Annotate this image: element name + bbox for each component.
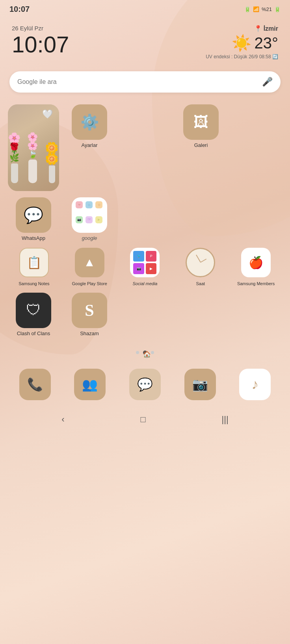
status-icons: 🔋 📶 %21 🔋 xyxy=(244,6,281,12)
status-bar: 10:07 🔋 📶 %21 🔋 xyxy=(0,0,290,17)
status-time: 10:07 xyxy=(9,5,30,14)
dock-camera[interactable]: 📷 xyxy=(184,369,216,400)
temperature: 23° xyxy=(255,34,279,52)
refresh-icon: 🔄 xyxy=(272,54,278,59)
folder-dot-2: G xyxy=(86,201,93,208)
city-label: 📍 İzmir xyxy=(206,25,278,32)
app-samsung-members[interactable]: 🍎 Samsung Members xyxy=(230,248,282,286)
home-button[interactable]: □ xyxy=(140,414,145,425)
sf-pinterest: P xyxy=(146,251,157,262)
photo-widget-space xyxy=(120,197,282,241)
mic-icon[interactable]: 🎤 xyxy=(262,77,273,87)
app-label-saat: Saat xyxy=(196,281,205,286)
app-label-google-play: Google Play Store xyxy=(72,281,107,286)
search-input[interactable] xyxy=(17,78,262,85)
app-label-clash: Clash of Clans xyxy=(17,330,50,337)
app-row-1: ⚙️ Ayarlar 🖼 Galeri 🌸🌹 🌿 🌸🌸 xyxy=(8,104,282,191)
app-samsung-notes[interactable]: 📋 Samsung Notes xyxy=(8,248,60,286)
folder-dot-3: ⚙ xyxy=(95,201,102,208)
page-dot-3 xyxy=(151,351,154,354)
whatsapp-icon: 💬 xyxy=(16,197,51,233)
folder-dot-6: ▶ xyxy=(95,216,102,223)
samsung-notes-icon: 📋 xyxy=(19,248,49,277)
google-play-icon: ▲ xyxy=(75,248,104,277)
back-button[interactable]: ‹ xyxy=(61,414,64,425)
app-shazam[interactable]: S Shazam xyxy=(64,293,115,337)
sun-icon: ☀️ xyxy=(232,34,251,52)
clock-icon xyxy=(186,248,215,277)
app-label-shazam: Shazam xyxy=(80,330,99,337)
photo-widget[interactable]: 🌸🌹 🌿 🌸🌸 🍃 🌼🌼 🤍 xyxy=(8,104,59,191)
page-dot-home: 🏠 xyxy=(143,351,147,354)
app-label-samsung-members: Samsung Members xyxy=(237,281,275,286)
date-label: 26 Eylül Pzr xyxy=(12,25,69,32)
app-whatsapp[interactable]: 💬 WhatsApp xyxy=(8,197,59,241)
sf-twitter: 🐦 xyxy=(133,251,144,262)
vase-2: 🌸🌸 🍃 xyxy=(27,133,38,183)
app-clash[interactable]: 🛡 Clash of Clans xyxy=(8,293,59,337)
widget-time: 10:07 xyxy=(12,33,69,56)
app-label-whatsapp: WhatsApp xyxy=(22,235,45,241)
dock: 📞 👥 💬 📷 ♪ xyxy=(0,362,290,408)
clash-icon: 🛡 xyxy=(16,293,51,328)
date-weather-widget: 26 Eylül Pzr 10:07 📍 İzmir ☀️ 23° UV end… xyxy=(0,17,290,63)
dock-music[interactable]: ♪ xyxy=(239,369,271,400)
folder-dot-4: 📷 xyxy=(76,216,83,223)
settings-icon: ⚙️ xyxy=(72,104,107,140)
sf-instagram: 📷 xyxy=(133,263,144,274)
app-row-4: 🛡 Clash of Clans S Shazam xyxy=(8,293,282,337)
app-label-ayarlar: Ayarlar xyxy=(82,142,98,148)
app-ayarlar[interactable]: ⚙️ Ayarlar xyxy=(64,104,115,148)
vase-1: 🌸🌹 🌿 xyxy=(8,133,21,183)
page-dots: 🏠 xyxy=(0,344,290,362)
sim-icon: 🔋 xyxy=(244,6,251,12)
battery-icon: 🔋 xyxy=(274,6,281,12)
wifi-icon: 📶 xyxy=(253,6,259,12)
location-icon: 📍 xyxy=(254,25,262,32)
dock-phone[interactable]: 📞 xyxy=(19,369,51,400)
app-row-2: 💬 WhatsApp ❤ G ⚙ 📷 🗺 ▶ google xyxy=(8,197,282,241)
uv-detail: UV endeksi : Düşük 26/9 08:58 🔄 xyxy=(206,54,278,59)
sf-youtube: ▶ xyxy=(146,263,157,274)
search-bar[interactable]: 🎤 xyxy=(9,71,281,93)
shazam-icon: S xyxy=(72,293,107,328)
page-dot-1 xyxy=(136,351,139,354)
app-label-google: google xyxy=(82,235,97,241)
dock-contacts[interactable]: 👥 xyxy=(74,369,106,400)
folder-dot-5: 🗺 xyxy=(86,216,93,223)
app-google-play[interactable]: ▲ Google Play Store xyxy=(63,248,116,286)
battery-text: %21 xyxy=(262,6,272,12)
heart-overlay: 🤍 xyxy=(42,109,53,119)
app-saat[interactable]: Saat xyxy=(174,248,227,286)
photo-widget-inner: 🌸🌹 🌿 🌸🌸 🍃 🌼🌼 🤍 xyxy=(8,104,59,191)
apps-area: ⚙️ Ayarlar 🖼 Galeri 🌸🌹 🌿 🌸🌸 xyxy=(0,97,290,336)
app-google-folder[interactable]: ❤ G ⚙ 📷 🗺 ▶ google xyxy=(64,197,115,241)
app-row-3: 📋 Samsung Notes ▲ Google Play Store 🐦 P … xyxy=(8,248,282,286)
app-label-samsung-notes: Samsung Notes xyxy=(19,281,49,286)
google-folder-icon: ❤ G ⚙ 📷 🗺 ▶ xyxy=(72,197,107,233)
dock-messages[interactable]: 💬 xyxy=(129,369,161,400)
app-social-folder[interactable]: 🐦 P 📷 ▶ Social media xyxy=(119,248,171,286)
social-folder-icon: 🐦 P 📷 ▶ xyxy=(130,248,160,277)
app-label-social: Social media xyxy=(133,281,158,286)
app-galeri[interactable]: 🖼 Galeri xyxy=(120,104,282,148)
app-label-galeri: Galeri xyxy=(194,142,208,148)
folder-dot-1: ❤ xyxy=(76,201,83,208)
vase-3: 🌼🌼 xyxy=(45,143,59,183)
samsung-members-icon: 🍎 xyxy=(241,248,271,277)
gallery-icon: 🖼 xyxy=(183,104,219,140)
nav-bar: ‹ □ ||| xyxy=(0,408,290,434)
recents-button[interactable]: ||| xyxy=(221,414,228,425)
